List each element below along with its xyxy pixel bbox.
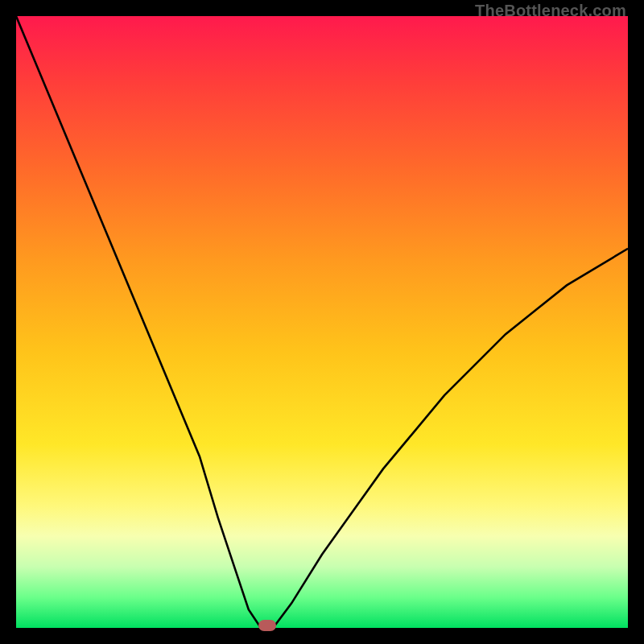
- chart-frame: TheBottleneck.com: [0, 0, 644, 644]
- curve-svg: [16, 16, 628, 628]
- plot-area: [16, 16, 628, 628]
- optimal-point-marker: [258, 620, 276, 631]
- bottleneck-curve: [16, 16, 628, 628]
